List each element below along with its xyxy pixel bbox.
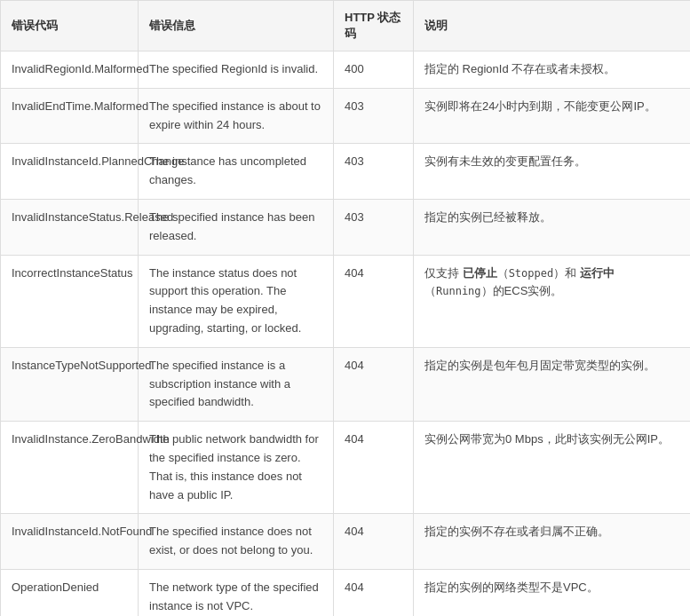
cell-http-status: 403 [334,88,414,144]
table-header-row: 错误代码 错误信息 HTTP 状态码 说明 [1,1,691,51]
cell-message: The specified instance does not exist, o… [139,514,334,570]
cell-http-status: 403 [334,144,414,200]
main-container: 错误代码 错误信息 HTTP 状态码 说明 InvalidRegionId.Ma… [0,0,690,616]
cell-message: The instance has uncompleted changes. [139,144,334,200]
cell-http-status: 404 [334,255,414,347]
table-row: IncorrectInstanceStatusThe instance stat… [1,255,691,347]
cell-http-status: 404 [334,514,414,570]
cell-description: 指定的实例是包年包月固定带宽类型的实例。 [414,347,691,421]
table-row: InvalidInstance.ZeroBandwidthThe public … [1,422,691,514]
cell-http-status: 403 [334,199,414,255]
cell-code: InvalidInstanceId.NotFound [1,514,139,570]
header-desc: 说明 [414,1,691,51]
cell-message: The specified instance is about to expir… [139,88,334,144]
cell-message: The network type of the specified instan… [139,569,334,616]
error-table: 错误代码 错误信息 HTTP 状态码 说明 InvalidRegionId.Ma… [0,0,690,616]
cell-code: InvalidInstanceId.PlannedChange [1,144,139,200]
cell-http-status: 400 [334,51,414,89]
cell-code: OperationDenied [1,569,139,616]
cell-code: InvalidRegionId.Malformed [1,51,139,89]
table-row: InvalidInstanceStatus.ReleasedThe specif… [1,199,691,255]
cell-description: 实例公网带宽为0 Mbps，此时该实例无公网IP。 [414,422,691,514]
cell-message: The instance status does not support thi… [139,255,334,347]
cell-description: 仅支持 已停止（Stopped）和 运行中（Running）的ECS实例。 [414,255,691,347]
cell-http-status: 404 [334,347,414,421]
cell-description: 指定的实例的网络类型不是VPC。 [414,569,691,616]
cell-code: InstanceTypeNotSupported [1,347,139,421]
cell-code: InvalidEndTime.Malformed [1,88,139,144]
cell-code: IncorrectInstanceStatus [1,255,139,347]
cell-description: 指定的实例已经被释放。 [414,199,691,255]
table-row: InvalidInstanceId.PlannedChangeThe insta… [1,144,691,200]
cell-description: 指定的实例不存在或者归属不正确。 [414,514,691,570]
cell-message: The specified RegionId is invalid. [139,51,334,89]
table-row: InvalidEndTime.MalformedThe specified in… [1,88,691,144]
cell-code: InvalidInstanceStatus.Released [1,199,139,255]
cell-message: The specified instance has been released… [139,199,334,255]
header-code: 错误代码 [1,1,139,51]
cell-description: 指定的 RegionId 不存在或者未授权。 [414,51,691,89]
header-http: HTTP 状态码 [334,1,414,51]
cell-http-status: 404 [334,569,414,616]
header-message: 错误信息 [139,1,334,51]
cell-message: The public network bandwidth for the spe… [139,422,334,514]
table-row: InvalidInstanceId.NotFoundThe specified … [1,514,691,570]
table-row: InvalidRegionId.MalformedThe specified R… [1,51,691,89]
cell-http-status: 404 [334,422,414,514]
table-row: OperationDeniedThe network type of the s… [1,569,691,616]
cell-code: InvalidInstance.ZeroBandwidth [1,422,139,514]
cell-message: The specified instance is a subscription… [139,347,334,421]
cell-description: 实例即将在24小时内到期，不能变更公网IP。 [414,88,691,144]
table-row: InstanceTypeNotSupportedThe specified in… [1,347,691,421]
cell-description: 实例有未生效的变更配置任务。 [414,144,691,200]
